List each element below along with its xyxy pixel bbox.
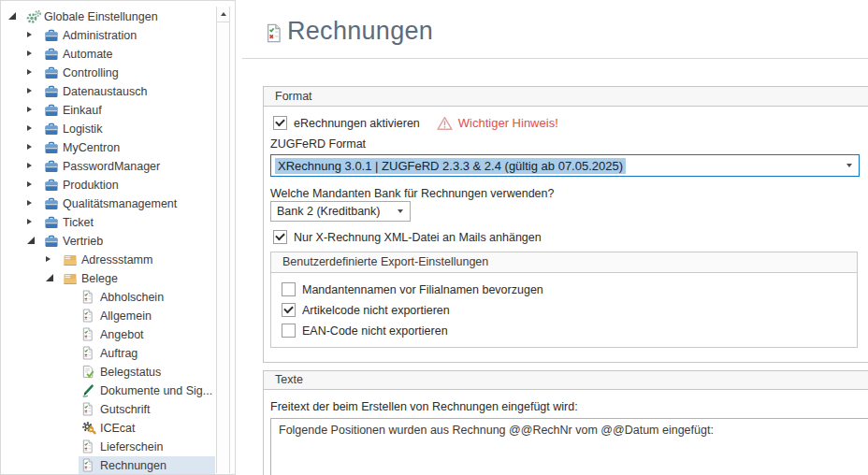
tree-item-label: Auftrag [100, 344, 137, 363]
tree-item-adressstamm[interactable]: Adressstamm [1, 251, 215, 269]
tree-item-label: Einkauf [63, 101, 102, 120]
expander-collapsed-icon[interactable] [27, 163, 32, 168]
tree-item-allgemein[interactable]: Allgemein [1, 307, 215, 325]
tree-item-logistik[interactable]: Logistik [1, 120, 215, 138]
tree-item-abholschein[interactable]: Abholschein [1, 288, 215, 307]
tree-item-datenaustausch[interactable]: Datenaustausch [1, 82, 215, 101]
tree-item-einkauf[interactable]: Einkauf [1, 101, 215, 120]
tree-item-ticket[interactable]: Ticket [1, 213, 215, 232]
tree-item-produktion[interactable]: Produktion [1, 176, 215, 194]
briefcase-icon [44, 159, 59, 174]
briefcase-icon [44, 103, 59, 118]
xml-attach-checkbox[interactable] [273, 230, 287, 244]
expander-collapsed-icon[interactable] [27, 200, 32, 206]
briefcase-icon [44, 65, 59, 80]
expander-collapsed-icon[interactable] [27, 107, 32, 112]
tree-item-label: Dokumente und Sig... [100, 381, 212, 400]
gear-key-icon [81, 421, 96, 436]
erechnungen-row: eRechnungen aktivieren Wichtiger Hinweis… [273, 115, 558, 131]
expander-expanded-icon[interactable] [27, 237, 35, 244]
export-option-row: Artikelcode nicht exportieren [282, 302, 450, 318]
doc-check-icon [81, 365, 96, 380]
export-group-header: Benutzerdefinierte Export-Einstellungen [271, 252, 857, 273]
erechnungen-label: eRechnungen aktivieren [294, 117, 420, 130]
invoice-document-icon [265, 23, 282, 47]
doc-icon [81, 439, 96, 454]
warning-triangle-icon [437, 116, 453, 131]
folder-icon [63, 271, 78, 286]
warning-text: Wichtiger Hinweis! [458, 116, 558, 130]
tree-item-label: MyCentron [63, 138, 120, 157]
doc-icon [81, 327, 96, 342]
expander-expanded-icon[interactable] [8, 12, 16, 20]
export-option-label: Mandantennamen vor Filialnamen bevorzuge… [302, 283, 543, 296]
tree-item-automate[interactable]: Automate [1, 45, 215, 64]
settings-tree: Globale EinstellungenAdministrationAutom… [1, 1, 215, 474]
texte-groupbox: Texte Freitext der beim Erstellen von Re… [263, 370, 868, 475]
expander-collapsed-icon[interactable] [27, 144, 32, 150]
tree-item-label: ICEcat [100, 419, 136, 438]
export-settings-groupbox: Benutzerdefinierte Export-Einstellungen … [270, 252, 858, 348]
tree-item-label: Administration [63, 26, 137, 45]
briefcase-icon [44, 84, 59, 99]
export-option-checkbox[interactable] [282, 303, 296, 317]
tree-item-label: Produktion [63, 176, 119, 194]
scroll-up-button[interactable] [217, 7, 229, 22]
export-option-checkbox[interactable] [282, 282, 296, 296]
pen-icon [81, 383, 96, 398]
zugferd-format-combobox[interactable]: XRechnung 3.0.1 | ZUGFeRD 2.3.3 & 2.4 (g… [270, 154, 860, 177]
bank-combobox[interactable]: Bank 2 (Kreditbank) [270, 201, 411, 222]
tree-item-icecat[interactable]: ICEcat [1, 419, 215, 438]
tree-item-qualit-tsmanagement[interactable]: Qualitätsmanagement [1, 194, 215, 213]
expander-expanded-icon[interactable] [46, 274, 53, 281]
bank-question-label: Welche Mandanten Bank für Rechnungen ver… [270, 187, 554, 200]
erechnungen-checkbox[interactable] [273, 116, 287, 130]
briefcase-icon [44, 234, 59, 249]
doc-icon [81, 290, 96, 305]
tree-item-label: Qualitätsmanagement [63, 194, 177, 213]
tree-item-mycentron[interactable]: MyCentron [1, 138, 215, 157]
briefcase-icon [44, 47, 59, 62]
expander-collapsed-icon[interactable] [46, 256, 51, 262]
expander-collapsed-icon[interactable] [27, 125, 32, 131]
export-option-label: Artikelcode nicht exportieren [302, 304, 450, 317]
tree-item-label: Automate [63, 45, 113, 64]
tree-item-lieferschein[interactable]: Lieferschein [1, 438, 215, 456]
expander-collapsed-icon[interactable] [27, 88, 32, 94]
tree-scrollbar[interactable] [216, 7, 230, 473]
tree-item-gutschrift[interactable]: Gutschrift [1, 400, 215, 419]
page-title: Rechnungen [287, 17, 433, 46]
expander-collapsed-icon[interactable] [27, 69, 32, 75]
chevron-down-icon[interactable] [398, 209, 403, 213]
tree-item-label: Globale Einstellungen [44, 7, 158, 26]
export-option-row: EAN-Code nicht exportieren [282, 323, 448, 338]
tree-item-controlling[interactable]: Controlling [1, 64, 215, 82]
bank-value: Bank 2 (Kreditbank) [277, 205, 380, 218]
chevron-down-icon[interactable] [846, 164, 852, 167]
tree-item-dokumente-und-sig[interactable]: Dokumente und Sig... [1, 381, 215, 400]
tree-item-passwordmanager[interactable]: PasswordManager [1, 157, 215, 176]
xml-attach-row: Nur X-Rechnung XML-Datei an Mails anhäng… [273, 229, 542, 245]
tree-item-label: Ticket [63, 213, 94, 232]
expander-collapsed-icon[interactable] [27, 50, 32, 56]
tree-item-belege[interactable]: Belege [1, 269, 215, 288]
tree-item-label: Controlling [63, 64, 119, 82]
briefcase-icon [44, 122, 59, 137]
tree-item-administration[interactable]: Administration [1, 26, 215, 45]
tree-item-angebot[interactable]: Angebot [1, 325, 215, 344]
expander-collapsed-icon[interactable] [27, 181, 32, 187]
tree-item-rechnungen[interactable]: Rechnungen [1, 456, 215, 474]
tree-item-vertrieb[interactable]: Vertrieb [1, 232, 215, 251]
tree-item-belegstatus[interactable]: Belegstatus [1, 363, 215, 381]
tree-item-auftrag[interactable]: Auftrag [1, 344, 215, 363]
expander-collapsed-icon[interactable] [27, 219, 32, 224]
xml-attach-label: Nur X-Rechnung XML-Datei an Mails anhäng… [294, 231, 542, 244]
tree-item-label: Rechnungen [100, 456, 166, 474]
freitext-textarea[interactable]: Folgende Positionen wurden aus Rechnung … [270, 418, 868, 475]
expander-collapsed-icon[interactable] [27, 32, 32, 37]
export-option-checkbox[interactable] [282, 324, 296, 338]
briefcase-icon [44, 215, 59, 230]
tree-item-label: Vertrieb [63, 232, 103, 251]
folder-icon [63, 252, 78, 267]
tree-item-globale-einstellungen[interactable]: Globale Einstellungen [1, 7, 215, 26]
